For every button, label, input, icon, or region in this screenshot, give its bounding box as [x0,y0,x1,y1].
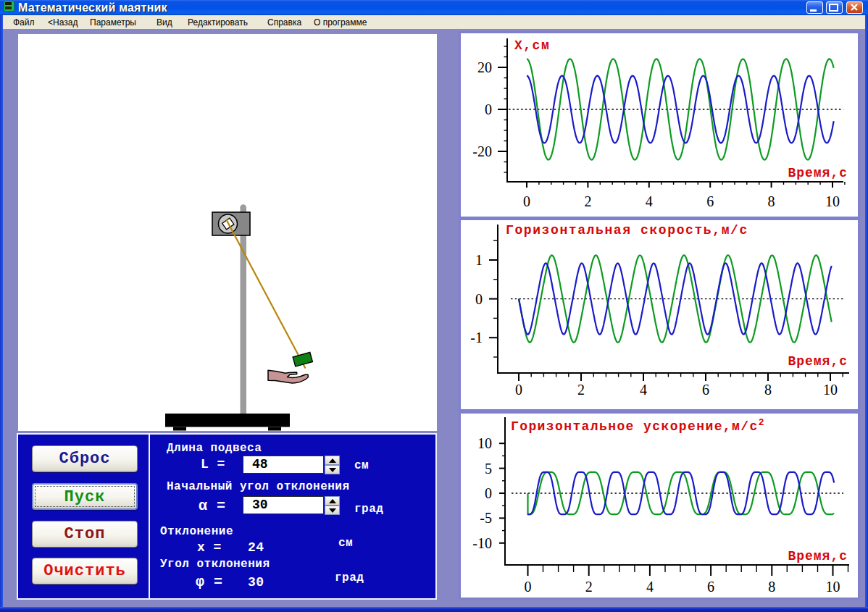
svg-text:10: 10 [823,382,838,398]
svg-text:4: 4 [640,382,647,398]
svg-text:10: 10 [825,193,840,209]
svg-text:20: 20 [477,59,492,75]
svg-text:1: 1 [475,252,483,268]
svg-text:2: 2 [584,193,591,209]
svg-text:Время,с: Время,с [788,166,848,180]
svg-text:8: 8 [768,193,775,209]
svg-text:-5: -5 [480,510,492,526]
svg-text:Горизонтальное ускорение,м/с2: Горизонтальное ускорение,м/с2 [511,417,765,434]
svg-text:Время,с: Время,с [788,354,848,369]
svg-text:4: 4 [646,193,653,209]
svg-text:0: 0 [475,291,483,307]
svg-text:-10: -10 [472,535,492,551]
svg-text:6: 6 [702,382,709,398]
svg-text:8: 8 [764,382,772,398]
svg-text:-1: -1 [470,330,483,345]
svg-text:4: 4 [646,579,654,595]
svg-text:0: 0 [485,101,492,117]
svg-text:Горизонтальная скорость,м/с: Горизонтальная скорость,м/с [506,223,748,238]
svg-text:0: 0 [523,193,530,209]
svg-text:6: 6 [706,193,714,209]
svg-text:0: 0 [515,382,522,398]
svg-text:5: 5 [485,461,492,477]
svg-text:0: 0 [525,579,532,595]
svg-text:-20: -20 [472,143,492,159]
svg-text:2: 2 [585,579,593,595]
svg-text:10: 10 [477,435,492,451]
svg-text:10: 10 [826,579,840,595]
svg-text:8: 8 [768,579,775,595]
svg-text:0: 0 [485,485,492,501]
svg-text:X,см: X,см [514,38,550,53]
svg-text:2: 2 [577,382,585,398]
svg-text:6: 6 [707,579,714,595]
svg-text:Время,с: Время,с [788,549,848,563]
